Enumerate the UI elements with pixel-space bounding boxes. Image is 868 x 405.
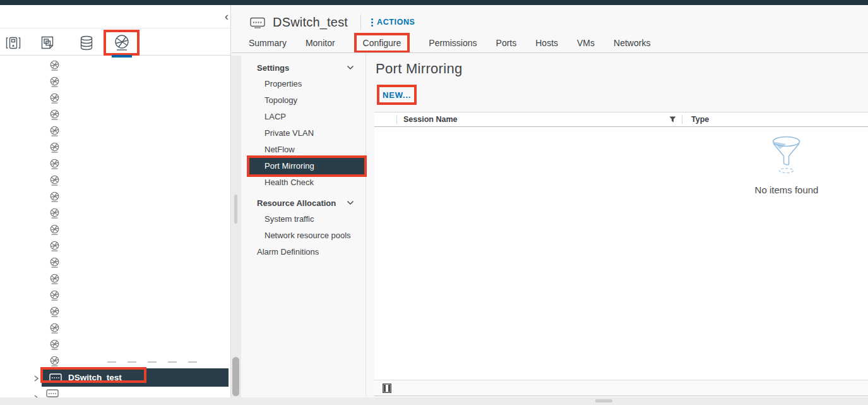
portgroup-globe-icon[interactable] [49, 159, 62, 170]
chevron-down-icon [347, 65, 354, 70]
vertical-scrollbar-thumb[interactable] [232, 357, 239, 396]
annotation-box-new: NEW... [377, 85, 417, 105]
object-tabstrip: Summary Monitor Configure Permissions Po… [249, 33, 868, 53]
portgroup-globe-icon[interactable] [49, 126, 62, 137]
column-header-type[interactable]: Type [691, 115, 868, 124]
nav-item-port-mirroring[interactable]: Port Mirroring [249, 158, 364, 174]
portgroup-globe-icon[interactable] [49, 93, 62, 104]
expand-arrow-icon[interactable] [33, 373, 39, 381]
portgroup-globe-icon[interactable] [49, 191, 62, 203]
nav-item-topology[interactable]: Topology [241, 92, 366, 109]
portgroup-globe-icon[interactable] [49, 175, 62, 186]
tab-networks[interactable]: Networks [614, 38, 650, 48]
networking-icon[interactable] [104, 30, 140, 56]
dswitch-title-icon [250, 16, 265, 28]
storage-icon[interactable] [77, 33, 96, 52]
portgroup-globe-icon[interactable] [49, 241, 62, 252]
tab-hosts[interactable]: Hosts [535, 38, 558, 48]
main-region: DSwitch_test ACTIONS Summary Monitor Con… [232, 5, 868, 405]
portgroup-globe-icon[interactable] [49, 142, 62, 154]
column-divider [682, 115, 682, 124]
new-session-button[interactable]: NEW... [383, 90, 411, 100]
portgroup-globe-icon[interactable] [49, 224, 62, 236]
tab-ports[interactable]: Ports [496, 38, 517, 48]
nav-section-settings[interactable]: Settings [241, 59, 366, 76]
top-window-bar [0, 0, 868, 5]
nav-item-system-traffic[interactable]: System traffic [241, 211, 366, 227]
nav-item-properties[interactable]: Properties [241, 76, 366, 92]
nav-section-resource-allocation[interactable]: Resource Allocation [241, 195, 366, 211]
page-object-title: DSwitch_test [273, 15, 348, 30]
portgroup-globe-icon[interactable] [49, 356, 62, 367]
panel-splitter-gutter [231, 56, 241, 405]
column-settings-icon[interactable] [383, 384, 391, 393]
horizontal-scrollbar-track [0, 397, 868, 405]
vms-and-templates-icon[interactable] [38, 33, 57, 52]
tab-configure[interactable]: Configure [363, 38, 401, 48]
tab-monitor[interactable]: Monitor [306, 38, 335, 48]
empty-state: No items found [755, 135, 819, 195]
truncated-label-artifacts [107, 361, 197, 363]
filter-funnel-icon[interactable] [665, 116, 679, 123]
portgroup-globe-icon[interactable] [49, 208, 62, 219]
annotation-box-configure: Configure [354, 33, 410, 53]
hosts-and-clusters-icon[interactable] [4, 33, 23, 52]
portgroup-globe-icon[interactable] [49, 306, 62, 318]
tab-summary[interactable]: Summary [249, 38, 287, 48]
header-divider [360, 15, 361, 30]
sessions-grid: Session Name Type No items found [374, 112, 868, 396]
nav-item-network-resource-pools[interactable]: Network resource pools [241, 227, 366, 244]
portgroup-globe-icon[interactable] [49, 274, 62, 285]
active-inventory-tab-underline [112, 55, 132, 57]
nav-item-netflow[interactable]: NetFlow [241, 142, 366, 158]
grid-footer [374, 380, 868, 396]
nav-item-health-check[interactable]: Health Check [241, 174, 366, 191]
portgroup-globe-icon[interactable] [49, 76, 62, 88]
actions-menu-icon [371, 18, 373, 27]
tree-item-label: DSwitch_test [68, 373, 122, 382]
inventory-tabs-row [0, 28, 230, 56]
splitter-drag-handle[interactable] [234, 195, 237, 224]
tab-permissions[interactable]: Permissions [429, 38, 477, 48]
portgroup-globe-icon[interactable] [49, 109, 62, 121]
configure-nav-panel: Settings Properties Topology LACP Privat… [241, 53, 366, 396]
portgroup-globe-icon[interactable] [49, 339, 62, 351]
nav-item-alarm-definitions[interactable]: Alarm Definitions [241, 244, 366, 260]
nav-item-private-vlan[interactable]: Private VLAN [241, 125, 366, 142]
horizontal-scrollbar-thumb[interactable] [595, 399, 612, 402]
dswitch-icon [49, 373, 62, 383]
tree-item-dswitch-test[interactable]: DSwitch_test [42, 368, 229, 387]
portgroup-globe-icon[interactable] [49, 60, 62, 71]
nav-item-lacp[interactable]: LACP [241, 109, 366, 125]
object-navigator-panel: ‹ [0, 5, 231, 405]
tab-vms[interactable]: VMs [577, 38, 595, 48]
column-divider [396, 115, 397, 124]
portgroup-globe-icon[interactable] [49, 323, 62, 334]
navigator-toolbar-row: ‹ [0, 5, 230, 28]
page-title: Port Mirroring [376, 61, 462, 77]
empty-message: No items found [755, 184, 819, 195]
portgroup-tree-list [49, 60, 62, 367]
object-header: DSwitch_test ACTIONS [250, 11, 415, 33]
empty-funnel-icon [770, 135, 803, 174]
grid-header-row: Session Name Type [374, 112, 868, 127]
chevron-down-icon [347, 200, 354, 205]
grid-selection-column [374, 112, 396, 126]
actions-button[interactable]: ACTIONS [371, 18, 415, 27]
portgroup-globe-icon[interactable] [49, 290, 62, 301]
portgroup-globe-icon[interactable] [49, 257, 62, 269]
column-header-session-name[interactable]: Session Name [403, 115, 665, 124]
collapse-panel-icon[interactable]: ‹ [221, 9, 232, 24]
